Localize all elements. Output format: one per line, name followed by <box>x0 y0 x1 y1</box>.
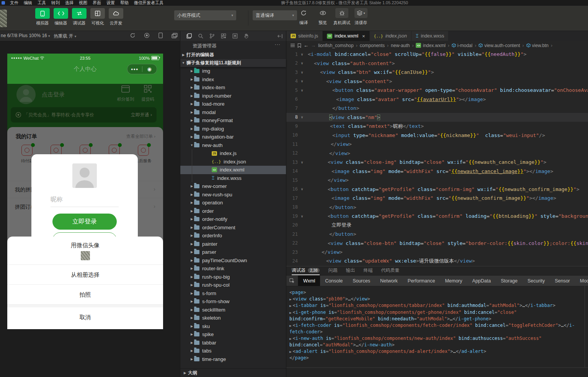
menu-item[interactable]: 转到 <box>49 0 62 6</box>
expand-arrow-icon[interactable]: ▶ <box>289 350 291 354</box>
debugger-tab-调试器[interactable]: 调试器2,38 <box>292 266 320 275</box>
tree-folder-skeleton[interactable]: ▶skeleton <box>180 314 286 322</box>
files-icon[interactable] <box>186 33 192 39</box>
menu-item[interactable]: 工具 <box>35 0 49 6</box>
multi-window-icon[interactable] <box>172 33 178 38</box>
devtools-tab-Storage[interactable]: Storage <box>496 276 523 286</box>
code-line[interactable]: 23</view> <box>286 248 588 257</box>
project-root[interactable]: ▼ 狮子鱼修复前端11.8新规则 <box>180 59 286 67</box>
code-line[interactable]: 6<image class="avatar" src="{{avatarUrl}… <box>286 95 588 104</box>
tree-file-index.wxml[interactable]: ▶<>index.wxml <box>180 166 286 174</box>
breadcrumb-item[interactable]: new-auth <box>391 43 410 48</box>
expand-arrow-icon[interactable]: ▶ <box>289 304 291 308</box>
code-line[interactable]: 9<text class="nmtext">昵称</text> <box>286 122 588 131</box>
tree-folder-new-auth[interactable]: ▼new-auth <box>180 141 286 150</box>
tree-file-index.wxss[interactable]: ▶Ξindex.wxss <box>180 174 286 183</box>
expand-arrow-icon[interactable]: ▶ <box>289 324 291 328</box>
mode-select[interactable]: 小程序模式 ▾ <box>174 10 236 20</box>
action-button[interactable]: 真机调试 <box>332 8 351 26</box>
code-line[interactable]: 17<image class="img" mode="widthFix" src… <box>286 194 588 203</box>
devtools-tab-Sources[interactable]: Sources <box>348 276 375 286</box>
menu-item[interactable]: 编辑 <box>21 0 35 6</box>
code-line[interactable]: 4∨<view class="content"> <box>286 77 588 86</box>
tree-folder-index-item[interactable]: ▶index-item <box>180 83 286 92</box>
tree-folder-operation[interactable]: ▶operation <box>180 199 286 207</box>
devtools-tab-Wxml[interactable]: Wxml <box>298 276 320 286</box>
breadcrumb-item[interactable]: view.btn <box>526 43 549 48</box>
tree-folder-payTimeCountDown[interactable]: ▶payTimeCountDown <box>180 256 286 265</box>
close-icon[interactable]: × <box>362 33 365 39</box>
action-button[interactable]: ▾清缓存 <box>351 8 371 26</box>
devtools-tab-Performance[interactable]: Performance <box>403 276 440 286</box>
devtools-tab-Security[interactable]: Security <box>523 276 550 286</box>
sheet-item[interactable]: 拍照 <box>7 285 163 305</box>
more-icon[interactable]: ●●● <box>127 67 142 71</box>
record-icon[interactable] <box>144 33 150 38</box>
code-line[interactable]: 24<view class="updateWx" wx:else>请升级微信版本… <box>286 257 588 266</box>
tree-folder-tabbar[interactable]: ▶tabbar <box>180 339 286 347</box>
tree-folder-sku[interactable]: ▶sku <box>180 322 286 331</box>
expand-arrow-icon[interactable]: ▶ <box>289 297 291 301</box>
expand-arrow-icon[interactable]: ▶ <box>289 337 291 341</box>
compile-mode-select[interactable]: 普通编译 ▾ <box>253 10 297 20</box>
code-line[interactable]: 5∨<button class="avatar-wrapper" open-ty… <box>286 86 588 95</box>
cancel-button[interactable]: 取消 <box>7 307 163 327</box>
tree-folder-input-number[interactable]: ▶input-number <box>180 92 286 100</box>
tree-folder-load-more[interactable]: ▶load-more <box>180 100 286 108</box>
tree-file-index.json[interactable]: ▶{..}index.json <box>180 158 286 166</box>
menu-item[interactable]: 帮助 <box>118 0 131 6</box>
list-icon[interactable] <box>290 43 295 47</box>
tree-folder-tabs[interactable]: ▶tabs <box>180 347 286 355</box>
devtools-tab-Mock[interactable]: Mock <box>575 276 588 286</box>
code-line[interactable]: 22<view class="close-btn" bindtap="close… <box>286 239 588 248</box>
tree-folder-router-link[interactable]: ▶router-link <box>180 264 286 273</box>
tab-index.json[interactable]: {..}index.json <box>370 31 412 41</box>
wxml-node[interactable]: ▶<i-get-phone is="lionfish_comshop/compo… <box>289 309 584 322</box>
code-line[interactable]: 14<image class="img" mode="widthFix" src… <box>286 167 588 176</box>
code-line[interactable]: 15</view> <box>286 176 588 185</box>
code-line[interactable]: 7</button> <box>286 104 588 113</box>
user-avatar[interactable] <box>0 10 7 27</box>
hand-icon[interactable] <box>244 33 249 39</box>
tab-index.wxml[interactable]: <>index.wxml× <box>323 31 369 41</box>
tree-file-index.js[interactable]: ▶JSindex.js <box>180 149 286 158</box>
tree-folder-moneyFormat[interactable]: ▶moneyFormat <box>180 116 286 125</box>
breadcrumb-item[interactable]: view.auth-content <box>479 43 520 48</box>
extensions-icon[interactable] <box>221 33 226 39</box>
wxml-node[interactable]: ▶<i-fetch-coder is="lionfish_comshop/com… <box>289 322 584 335</box>
devtools-tab-Sensor[interactable]: Sensor <box>550 276 575 286</box>
tree-folder-modal[interactable]: ▶modal <box>180 108 286 117</box>
tree-folder-new-rush-spu[interactable]: ▶new-rush-spu <box>180 191 286 199</box>
wxml-node[interactable]: <page> <box>289 289 584 296</box>
choose-avatar-button[interactable] <box>72 163 97 188</box>
inspect-element-icon[interactable] <box>286 276 298 286</box>
nav-forward-icon[interactable]: → <box>311 42 316 48</box>
tree-folder-spike[interactable]: ▶spike <box>180 330 286 339</box>
sheet-item[interactable]: 从相册选择 <box>7 265 163 285</box>
nav-button[interactable]: 可视化 <box>89 8 106 26</box>
menu-item[interactable]: 文件 <box>7 0 21 6</box>
tab-index.wxss[interactable]: Ξindex.wxss <box>412 31 449 41</box>
tree-folder-img[interactable]: ▶img <box>180 67 286 75</box>
tree-folder-orderComment[interactable]: ▶orderComment <box>180 224 286 232</box>
nav-button[interactable]: 编辑器 <box>52 8 70 26</box>
rotate-device-icon[interactable] <box>158 33 163 38</box>
nickname-input[interactable]: 昵称 <box>51 196 119 207</box>
source-control-icon[interactable] <box>209 33 215 39</box>
breadcrumb-item[interactable]: lionfish_comshop <box>318 43 354 48</box>
menu-item[interactable]: 界面 <box>90 0 104 6</box>
sheet-item[interactable]: 用微信头像 <box>7 237 163 265</box>
tree-folder-s-form[interactable]: ▶s-form <box>180 289 286 298</box>
login-now-button[interactable]: 立即登录 <box>52 214 117 230</box>
devtools-tab-Memory[interactable]: Memory <box>440 276 467 286</box>
devtools-tab-Network[interactable]: Network <box>375 276 403 286</box>
debugger-tab-终端[interactable]: 终端 <box>363 266 372 274</box>
tree-folder-index[interactable]: ▶index <box>180 75 286 84</box>
tree-folder-s-form-show[interactable]: ▶s-form-show <box>180 297 286 306</box>
code-editor[interactable]: 1∨<i-modal bind:cancel="close" scrollUp=… <box>286 50 588 266</box>
action-button[interactable]: 预览 <box>313 8 332 26</box>
code-line[interactable]: 1∨<i-modal bind:cancel="close" scrollUp=… <box>286 50 588 59</box>
menu-item[interactable]: 设置 <box>104 0 118 6</box>
breadcrumb-item[interactable]: components <box>360 43 385 48</box>
device-selector[interactable]: ne 6/7/8 Plus 100% 16 ▾ <box>1 33 50 38</box>
